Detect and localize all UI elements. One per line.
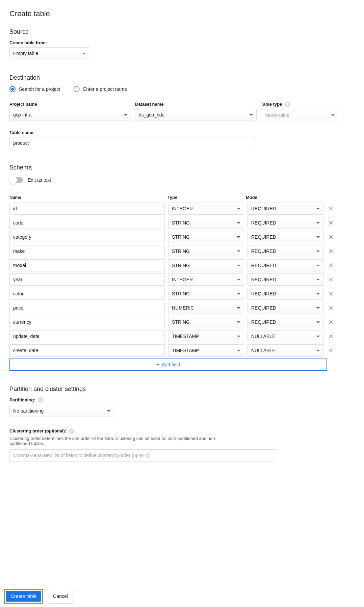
field-mode-value: REQUIRED	[251, 234, 276, 240]
clustering-label-text: Clustering order (optional):	[9, 428, 66, 433]
chevron-down-icon	[316, 321, 320, 323]
field-type-select[interactable]: STRING	[168, 245, 244, 257]
field-type-value: INTEGER	[172, 206, 193, 211]
field-name-input[interactable]: code	[9, 217, 165, 229]
chevron-down-icon	[316, 350, 320, 351]
close-icon	[328, 305, 334, 311]
schema-field-row: priceNUMERICREQUIRED	[9, 302, 355, 314]
field-mode-select[interactable]: REQUIRED	[248, 316, 323, 328]
radio-enter-project[interactable]: Enter a project name	[74, 86, 127, 92]
remove-field-button[interactable]	[327, 290, 335, 298]
remove-field-button[interactable]	[327, 233, 335, 241]
field-type-value: INTEGER	[172, 277, 193, 282]
field-mode-select[interactable]: REQUIRED	[248, 217, 323, 229]
field-name-value: year	[13, 277, 22, 282]
remove-field-button[interactable]	[327, 346, 335, 354]
remove-field-button[interactable]	[327, 219, 335, 227]
field-mode-select[interactable]: NULLABLE	[248, 344, 323, 357]
field-mode-value: REQUIRED	[251, 305, 276, 311]
field-type-select[interactable]: STRING	[168, 288, 244, 300]
radio-search-project[interactable]: Search for a project	[9, 86, 60, 92]
field-name-input[interactable]: price	[9, 302, 165, 314]
field-type-value: STRING	[172, 234, 190, 240]
close-icon	[328, 248, 334, 254]
field-mode-select[interactable]: REQUIRED	[248, 288, 323, 300]
field-type-select[interactable]: STRING	[168, 259, 244, 271]
field-mode-select[interactable]: REQUIRED	[248, 203, 323, 215]
field-mode-select[interactable]: NULLABLE	[248, 330, 323, 342]
remove-field-button[interactable]	[327, 247, 335, 255]
remove-field-button[interactable]	[327, 332, 335, 340]
partitioning-select[interactable]: No partitioning	[9, 405, 114, 417]
field-mode-select[interactable]: REQUIRED	[248, 273, 323, 286]
edit-as-text-toggle[interactable]	[9, 177, 23, 183]
field-type-value: TIMESTAMP	[172, 348, 199, 353]
help-icon[interactable]: ?	[285, 102, 290, 107]
schema-col-type: Type	[167, 195, 246, 200]
source-heading: Source	[9, 28, 355, 35]
field-mode-value: NULLABLE	[251, 334, 276, 339]
field-type-select[interactable]: NUMERIC	[168, 302, 244, 314]
table-type-value: Native table	[264, 112, 289, 118]
table-type-select[interactable]: Native table	[261, 109, 338, 121]
dataset-name-label: Dataset name	[135, 102, 257, 107]
partition-heading: Partition and cluster settings	[9, 386, 355, 393]
remove-field-button[interactable]	[327, 304, 335, 312]
schema-field-row: idINTEGERREQUIRED	[9, 203, 355, 215]
create-table-from-select[interactable]: Empty table	[9, 47, 89, 59]
chevron-down-icon	[331, 114, 335, 116]
table-name-input[interactable]: product	[9, 137, 256, 149]
project-name-select[interactable]: gcp-infra	[9, 109, 131, 121]
field-mode-select[interactable]: REQUIRED	[248, 231, 323, 243]
remove-field-button[interactable]	[327, 205, 335, 213]
field-type-select[interactable]: STRING	[168, 231, 244, 243]
schema-field-row: categorySTRINGREQUIRED	[9, 231, 355, 243]
field-mode-select[interactable]: REQUIRED	[248, 245, 323, 257]
schema-field-row: update_dateTIMESTAMPNULLABLE	[9, 330, 355, 342]
field-name-input[interactable]: currency	[9, 316, 165, 328]
chevron-down-icon	[316, 222, 320, 224]
schema-col-mode: Mode	[246, 195, 324, 200]
field-type-select[interactable]: INTEGER	[168, 273, 244, 286]
field-mode-value: REQUIRED	[251, 277, 276, 282]
chevron-down-icon	[250, 114, 253, 116]
field-name-value: currency	[13, 319, 31, 325]
clustering-order-input[interactable]: Comma-separated list of fields to define…	[9, 449, 276, 461]
field-mode-select[interactable]: REQUIRED	[248, 302, 323, 314]
remove-field-button[interactable]	[327, 261, 335, 269]
field-name-value: model	[13, 263, 26, 268]
field-type-value: STRING	[172, 220, 190, 226]
field-mode-value: REQUIRED	[251, 248, 276, 254]
field-type-select[interactable]: STRING	[168, 217, 244, 229]
schema-field-row: yearINTEGERREQUIRED	[9, 273, 355, 286]
schema-field-row: codeSTRINGREQUIRED	[9, 217, 355, 229]
radio-search-label: Search for a project	[19, 86, 60, 92]
field-name-input[interactable]: color	[9, 288, 165, 300]
chevron-down-icon	[316, 279, 320, 281]
field-type-select[interactable]: STRING	[168, 316, 244, 328]
field-type-select[interactable]: INTEGER	[168, 203, 244, 215]
field-type-select[interactable]: TIMESTAMP	[168, 344, 244, 357]
help-icon[interactable]: ?	[69, 428, 74, 434]
field-name-input[interactable]: make	[9, 245, 165, 257]
field-name-value: color	[13, 291, 23, 296]
field-mode-select[interactable]: REQUIRED	[248, 259, 323, 271]
clustering-placeholder: Comma-separated list of fields to define…	[13, 453, 149, 458]
chevron-down-icon	[237, 293, 240, 295]
field-name-input[interactable]: model	[9, 259, 165, 271]
chevron-down-icon	[237, 336, 240, 337]
project-name-value: gcp-infra	[13, 112, 31, 117]
dataset-name-select[interactable]: ds_gcp_bda	[135, 109, 257, 121]
remove-field-button[interactable]	[327, 318, 335, 326]
field-name-input[interactable]: year	[9, 273, 165, 286]
remove-field-button[interactable]	[327, 275, 335, 284]
field-name-input[interactable]: category	[9, 231, 165, 243]
add-field-button[interactable]: + Add field	[9, 359, 327, 371]
close-icon	[328, 333, 334, 339]
clustering-label: Clustering order (optional): ?	[9, 428, 355, 434]
help-icon[interactable]: ?	[38, 397, 43, 403]
field-name-input[interactable]: id	[9, 203, 165, 215]
field-type-select[interactable]: TIMESTAMP	[168, 330, 244, 342]
field-name-input[interactable]: update_date	[9, 330, 165, 342]
field-name-input[interactable]: create_date	[9, 344, 165, 357]
